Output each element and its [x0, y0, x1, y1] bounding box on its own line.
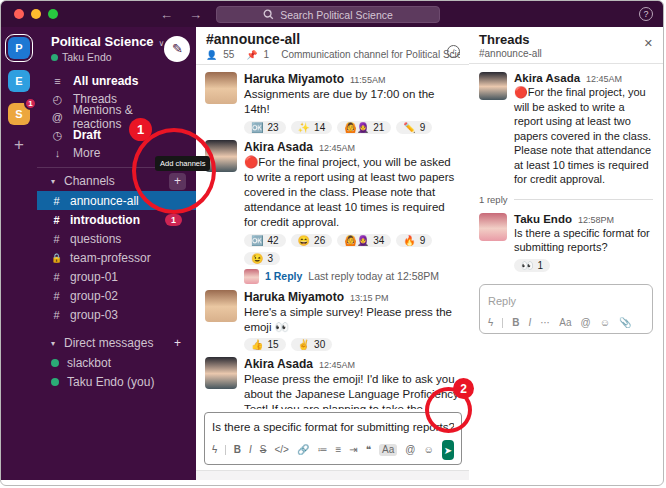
channel-info-icon[interactable]: i [447, 45, 460, 58]
reaction-emoji: 🔥 [403, 235, 415, 246]
mention-icon[interactable]: @ [581, 318, 591, 328]
sidebar-channel-announce-all[interactable]: #announce-all [37, 191, 196, 210]
workspace-tile-political-science[interactable]: P [8, 37, 30, 59]
search-text: Search Political Science [280, 9, 393, 21]
workspace-tile-e[interactable]: E [8, 70, 30, 92]
formatting-toggle-icon[interactable]: Aa [379, 444, 397, 456]
indent-icon[interactable]: ⇥ [349, 445, 357, 455]
reaction-pill[interactable]: ✏️9 [396, 121, 432, 134]
message-author[interactable]: Akira Asada [244, 140, 313, 154]
close-icon[interactable]: ✕ [644, 37, 653, 50]
bold-icon[interactable]: B [234, 445, 241, 455]
avatar[interactable] [479, 72, 507, 100]
window-controls [14, 9, 58, 19]
reaction-pill[interactable]: 🆗23 [244, 121, 286, 134]
new-message-button[interactable]: ✎ [164, 36, 190, 62]
message-author[interactable]: Akira Asada [244, 357, 313, 371]
reaction-pill[interactable]: 😄26 [291, 234, 333, 247]
dms-section-header[interactable]: ▾ Direct messages + [37, 333, 196, 353]
channels-section-header[interactable]: ▾ Channels + [37, 171, 196, 191]
sidebar-item-all-unreads[interactable]: ≡All unreads [37, 72, 196, 90]
add-channels-button[interactable]: + [169, 173, 186, 190]
formatting-toggle-icon[interactable]: Aa [559, 318, 571, 328]
shortcuts-icon[interactable]: ϟ [212, 445, 217, 455]
reaction-pill[interactable]: 👀1 [514, 259, 550, 272]
workspace-tile-s[interactable]: S 1 [8, 103, 30, 125]
reaction-pill[interactable]: 🆗42 [244, 234, 286, 247]
reaction-emoji: 😄 [298, 235, 310, 246]
avatar[interactable] [205, 357, 237, 389]
thread-reply-count[interactable]: 1 Reply [265, 270, 302, 282]
search-bar[interactable]: Search Political Science [216, 6, 440, 23]
message-text: 🔴For the final project, you will be aske… [244, 155, 461, 230]
sidebar-channel-group-02[interactable]: #group-02 [37, 286, 196, 305]
reaction-pill[interactable]: 🙆🧕21 [337, 121, 391, 134]
thread-root-message: Akira Asada12:45AM 🔴For the final projec… [469, 64, 663, 187]
send-button[interactable]: ➤ [442, 440, 454, 460]
more-formatting-icon[interactable]: ⋯ [540, 318, 550, 328]
italic-icon[interactable]: I [249, 445, 252, 455]
all-unreads-icon: ≡ [51, 75, 64, 87]
sidebar-channel-team-professor[interactable]: 🔒team-professor [37, 248, 196, 267]
mention-icon[interactable]: @ [405, 445, 415, 455]
thread-link[interactable]: 1 Reply Last reply today at 12:58PM [244, 269, 461, 284]
close-window-button[interactable] [14, 9, 24, 19]
reaction-pill[interactable]: 🔥9 [396, 234, 432, 247]
message-author[interactable]: Taku Endo [514, 213, 572, 225]
channel-topic[interactable]: Communication channel for Political Scie… [281, 49, 460, 60]
members-count[interactable]: 55 [223, 49, 234, 60]
shortcuts-icon[interactable]: ϟ [488, 318, 493, 328]
reaction-pill[interactable]: 👍15 [244, 338, 286, 351]
sidebar-channel-group-01[interactable]: #group-01 [37, 267, 196, 286]
avatar[interactable] [205, 72, 237, 104]
sidebar-dm-slackbot[interactable]: slackbot [37, 353, 196, 372]
sidebar-dm-taku-endo[interactable]: Taku Endo (you) [37, 372, 196, 391]
message-input[interactable] [212, 421, 454, 433]
blockquote-icon[interactable]: ❝ [366, 445, 371, 455]
sidebar-channel-introduction[interactable]: #introduction1 [37, 210, 196, 229]
italic-icon[interactable]: I [529, 318, 532, 328]
annotation-step-1: 1 [129, 118, 152, 141]
avatar[interactable] [479, 213, 507, 241]
reaction-emoji: 🆗 [251, 122, 263, 133]
reaction-emoji: ✌️ [298, 339, 310, 350]
message-composer: ϟ B I S </> 🔗 ≔ ≡ ⇥ ❝ Aa @ ☺ ➤ [204, 412, 462, 465]
help-icon[interactable]: ? [639, 7, 653, 21]
current-user-name: Taku Endo [62, 51, 112, 63]
workspace-header[interactable]: Political Science∨ Taku Endo ✎ [37, 27, 196, 69]
minimize-window-button[interactable] [31, 9, 41, 19]
code-icon[interactable]: </> [274, 445, 288, 455]
bold-icon[interactable]: B [512, 318, 519, 328]
window-footer-strip [196, 470, 470, 480]
sidebar-item-mentions[interactable]: @Mentions & reactions [37, 108, 196, 126]
reaction-pill[interactable]: 😉3 [244, 252, 280, 265]
history-forward-icon[interactable]: → [189, 7, 202, 22]
hash-icon: # [51, 309, 62, 321]
presence-dot-icon [51, 359, 59, 367]
message-author[interactable]: Haruka Miyamoto [244, 72, 344, 86]
message-author[interactable]: Akira Asada [514, 72, 580, 84]
history-back-icon[interactable]: ← [160, 7, 173, 22]
emoji-icon[interactable]: ☺ [600, 318, 610, 328]
pinned-count[interactable]: 1 [264, 49, 270, 60]
message-list: Haruka Miyamoto11:55AM Assignments are d… [196, 65, 470, 409]
message-author[interactable]: Haruka Miyamoto [244, 290, 344, 304]
strikethrough-icon[interactable]: S [260, 445, 267, 455]
reaction-pill[interactable]: 🙆🧕34 [337, 234, 391, 247]
attach-icon[interactable]: 📎 [619, 318, 631, 328]
sidebar-channel-questions[interactable]: #questions [37, 229, 196, 248]
reply-input[interactable] [488, 295, 644, 307]
avatar[interactable] [205, 290, 237, 322]
threads-channel: #announce-all [479, 48, 653, 59]
link-icon[interactable]: 🔗 [297, 445, 309, 455]
zoom-window-button[interactable] [48, 9, 58, 19]
message-time: 11:55AM [350, 75, 385, 85]
emoji-icon[interactable]: ☺ [423, 445, 433, 455]
reaction-pill[interactable]: ✌️30 [291, 338, 333, 351]
sidebar-channel-group-03[interactable]: #group-03 [37, 305, 196, 324]
reaction-pill[interactable]: ✨14 [291, 121, 333, 134]
add-dm-button[interactable]: + [169, 335, 186, 352]
ordered-list-icon[interactable]: ≔ [317, 445, 327, 455]
bullet-list-icon[interactable]: ≡ [335, 445, 341, 455]
add-workspace-button[interactable]: + [14, 136, 24, 153]
